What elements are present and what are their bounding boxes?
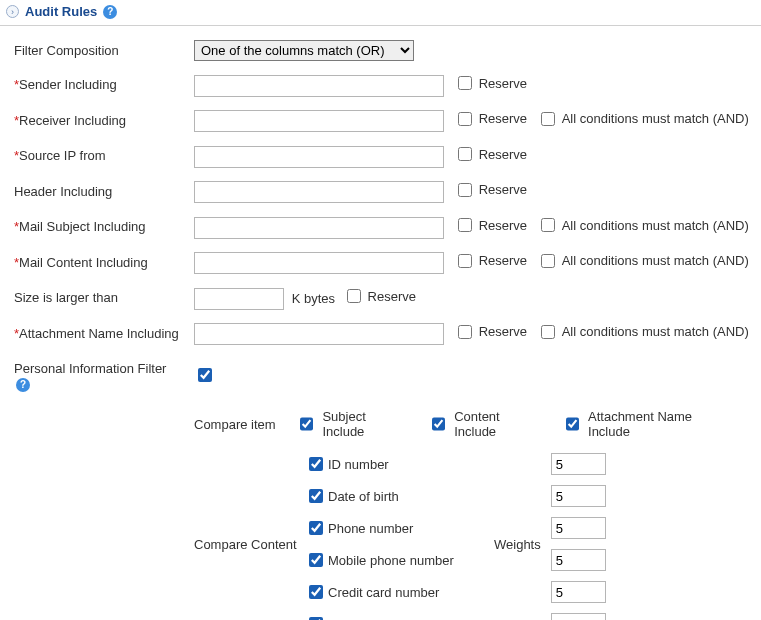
content-and-label: All conditions must match (AND) — [562, 253, 749, 268]
compare-item-checkbox[interactable] — [309, 521, 323, 535]
source-ip-reserve-checkbox[interactable] — [458, 147, 472, 161]
size-reserve-checkbox[interactable] — [347, 289, 361, 303]
weight-input[interactable] — [551, 549, 606, 571]
weight-input[interactable] — [551, 613, 606, 620]
filter-composition-label: Filter Composition — [10, 34, 190, 67]
sender-label: Sender Including — [19, 77, 117, 92]
compare-content-label: Compare Content — [194, 537, 302, 552]
section-title: Audit Rules — [25, 4, 97, 19]
weight-input[interactable] — [551, 453, 606, 475]
subject-include-label: Subject Include — [322, 409, 406, 439]
weight-input[interactable] — [551, 517, 606, 539]
compare-item-row: Mobile phone number — [302, 550, 488, 570]
attachment-reserve-label: Reserve — [479, 324, 527, 339]
sender-input[interactable] — [194, 75, 444, 97]
content-input[interactable] — [194, 252, 444, 274]
subject-include-checkbox[interactable] — [300, 417, 313, 431]
compare-item-name: Email — [328, 617, 488, 621]
subject-reserve-checkbox[interactable] — [458, 218, 472, 232]
attachment-include-label: Attachment Name Include — [588, 409, 729, 439]
compare-item-checkbox[interactable] — [309, 585, 323, 599]
section-header: › Audit Rules ? — [0, 0, 761, 26]
help-icon[interactable]: ? — [103, 5, 117, 19]
subject-and-label: All conditions must match (AND) — [562, 218, 749, 233]
size-input[interactable] — [194, 288, 284, 310]
content-include-checkbox[interactable] — [432, 417, 445, 431]
header-reserve-label: Reserve — [479, 182, 527, 197]
size-label: Size is larger than — [14, 290, 118, 305]
form-content: Filter Composition One of the columns ma… — [0, 26, 761, 620]
receiver-and-label: All conditions must match (AND) — [562, 111, 749, 126]
compare-item-label: Compare item — [194, 417, 296, 432]
compare-item-name: ID number — [328, 457, 488, 472]
sender-reserve-label: Reserve — [479, 76, 527, 91]
attachment-and-label: All conditions must match (AND) — [562, 324, 749, 339]
attachment-input[interactable] — [194, 323, 444, 345]
pif-enable-checkbox[interactable] — [198, 368, 212, 382]
compare-item-name: Phone number — [328, 521, 488, 536]
attachment-include-checkbox[interactable] — [566, 417, 579, 431]
receiver-reserve-label: Reserve — [479, 111, 527, 126]
subject-input[interactable] — [194, 217, 444, 239]
compare-item-row: Phone number — [302, 518, 488, 538]
subject-label: Mail Subject Including — [19, 219, 145, 234]
compare-item-name: Mobile phone number — [328, 553, 488, 568]
help-icon[interactable]: ? — [16, 378, 30, 392]
attachment-reserve-checkbox[interactable] — [458, 325, 472, 339]
content-and-checkbox[interactable] — [541, 254, 555, 268]
size-unit: K bytes — [292, 291, 335, 306]
compare-item-row: Compare item Subject Include Content Inc… — [194, 409, 751, 439]
filter-composition-select[interactable]: One of the columns match (OR) — [194, 40, 414, 61]
content-label: Mail Content Including — [19, 255, 148, 270]
content-reserve-label: Reserve — [479, 253, 527, 268]
compare-item-row: ID number — [302, 454, 488, 474]
receiver-label: Receiver Including — [19, 113, 126, 128]
weight-input[interactable] — [551, 485, 606, 507]
receiver-and-checkbox[interactable] — [541, 112, 555, 126]
header-label: Header Including — [14, 184, 112, 199]
compare-item-row: Email — [302, 614, 488, 620]
source-ip-input[interactable] — [194, 146, 444, 168]
compare-item-name: Date of birth — [328, 489, 488, 504]
compare-item-checkbox[interactable] — [309, 553, 323, 567]
header-input[interactable] — [194, 181, 444, 203]
compare-item-row: Credit card number — [302, 582, 488, 602]
sender-reserve-checkbox[interactable] — [458, 76, 472, 90]
attachment-and-checkbox[interactable] — [541, 325, 555, 339]
compare-content-block: Compare ContentID numberDate of birthPho… — [194, 453, 751, 620]
attachment-label: Attachment Name Including — [19, 326, 179, 341]
size-reserve-label: Reserve — [368, 289, 416, 304]
compare-item-checkbox[interactable] — [309, 457, 323, 471]
content-reserve-checkbox[interactable] — [458, 254, 472, 268]
compare-item-checkbox[interactable] — [309, 489, 323, 503]
subject-and-checkbox[interactable] — [541, 218, 555, 232]
compare-item-row: Date of birth — [302, 486, 488, 506]
weight-input[interactable] — [551, 581, 606, 603]
pif-label: Personal Information Filter — [14, 361, 166, 376]
compare-item-name: Credit card number — [328, 585, 488, 600]
source-ip-reserve-label: Reserve — [479, 147, 527, 162]
header-reserve-checkbox[interactable] — [458, 183, 472, 197]
form-table: Filter Composition One of the columns ma… — [10, 34, 755, 620]
content-include-label: Content Include — [454, 409, 540, 439]
source-ip-label: Source IP from — [19, 148, 105, 163]
weights-label: Weights — [494, 537, 541, 552]
subject-reserve-label: Reserve — [479, 218, 527, 233]
receiver-reserve-checkbox[interactable] — [458, 112, 472, 126]
receiver-input[interactable] — [194, 110, 444, 132]
collapse-icon[interactable]: › — [6, 5, 19, 18]
